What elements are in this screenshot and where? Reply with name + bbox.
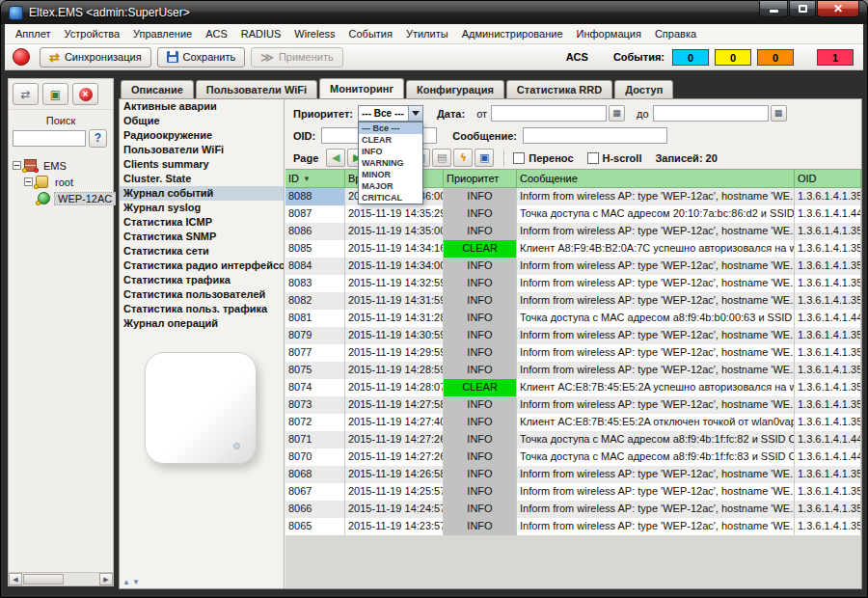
date-from-input[interactable] (491, 105, 607, 122)
monitor-menu-item[interactable]: Радиоокружение (120, 128, 284, 143)
date-to-input[interactable] (653, 105, 769, 122)
table-row[interactable]: 80652015-11-19 14:23:57INFOInform from w… (285, 518, 861, 535)
collapse-node-icon[interactable] (24, 177, 33, 186)
scroll-right-icon[interactable]: ▶ (99, 573, 113, 585)
hscroll-checkbox[interactable]: H-scroll (587, 152, 642, 164)
calendar-icon[interactable]: ▦ (609, 105, 625, 122)
monitor-menu-item[interactable]: Пользователи WiFi (120, 143, 284, 157)
table-row[interactable]: 80822015-11-19 14:31:59INFOInform from w… (285, 292, 861, 310)
save-journal-button[interactable]: ▣ (475, 149, 494, 167)
menu-item[interactable]: Устройства (57, 25, 126, 42)
menu-item[interactable]: Управление (126, 25, 199, 42)
tab-5[interactable]: Доступ (614, 80, 673, 98)
tab-1[interactable]: Пользователи WiFi (196, 80, 317, 98)
menu-item[interactable]: Администрирование (455, 25, 570, 42)
column-header-4[interactable]: OID (795, 170, 861, 188)
table-row[interactable]: 80722015-11-19 14:27:40INFOКлиент AC:E8:… (285, 414, 861, 431)
monitor-menu-item[interactable]: Cluster. State (120, 172, 284, 186)
dropdown-option[interactable]: CLEAR (359, 134, 422, 146)
tab-3[interactable]: Конфигурация (406, 80, 504, 98)
menu-item[interactable]: События (342, 25, 399, 42)
tree-node-root[interactable]: root (11, 174, 111, 190)
search-input[interactable] (13, 130, 86, 147)
message-input[interactable] (523, 127, 667, 144)
table-row[interactable]: 80812015-11-19 14:31:28INFOТочка доступа… (285, 310, 861, 327)
column-header-0[interactable]: ID▼ (285, 170, 345, 188)
dropdown-option[interactable]: MAJOR (359, 180, 422, 192)
minimize-button[interactable] (759, 1, 788, 17)
monitor-menu-item[interactable]: Статистика SNMP (120, 230, 284, 244)
table-row[interactable]: 80742015-11-19 14:28:07CLEARКлиент AC:E8… (285, 379, 861, 396)
delete-device-button[interactable]: × (72, 83, 98, 105)
monitor-menu-item[interactable]: Статистика радио интерфейсов (120, 258, 284, 273)
scrollbar-thumb[interactable] (23, 574, 64, 584)
monitor-menu-item[interactable]: Статистика пользователей (120, 287, 284, 302)
table-row[interactable]: 80792015-11-19 14:30:59INFOInform from w… (285, 327, 861, 344)
monitor-menu-item[interactable]: Статистика польз. трафика (120, 302, 284, 316)
tab-4[interactable]: Статистика RRD (506, 80, 612, 98)
table-row[interactable]: 80732015-11-19 14:27:58INFOInform from w… (285, 396, 861, 414)
tree-node-ems[interactable]: EMS (11, 157, 111, 174)
table-row[interactable]: 80702015-11-19 14:27:26INFOТочка доступа… (285, 448, 861, 466)
alarm-status-icon[interactable] (13, 48, 30, 66)
collapse-node-icon[interactable] (13, 161, 21, 170)
table-row[interactable]: 80752015-11-19 14:28:59INFOInform from w… (285, 362, 861, 379)
columns-button[interactable]: ▤ (432, 149, 451, 167)
monitor-menu-item[interactable]: Журнал событий (120, 186, 284, 201)
table-row[interactable]: 80772015-11-19 14:29:59INFOInform from w… (285, 344, 861, 362)
close-button[interactable]: ✕ (817, 1, 859, 17)
scroll-left-icon[interactable]: ◀ (9, 573, 22, 585)
alarm-settings-button[interactable]: ϟ (453, 149, 473, 167)
calendar-icon[interactable]: ▦ (771, 105, 787, 122)
prev-page-button[interactable]: ◀ (326, 149, 345, 167)
splitter-collapse-icons[interactable]: ▲▼ (122, 578, 142, 586)
dropdown-option[interactable]: --- Все --- (359, 122, 422, 134)
event-counter[interactable]: 0 (757, 49, 794, 66)
chevron-down-icon[interactable] (408, 106, 422, 121)
dropdown-option[interactable]: INFO (359, 146, 422, 157)
event-counter[interactable]: 1 (817, 49, 854, 66)
table-row[interactable]: 80662015-11-19 14:24:57INFOInform from w… (285, 501, 861, 518)
table-row[interactable]: 80672015-11-19 14:25:57INFOInform from w… (285, 483, 861, 501)
wrap-checkbox[interactable]: Перенос (513, 152, 573, 164)
menu-item[interactable]: Wireless (287, 25, 341, 42)
monitor-menu-item[interactable]: Статистика сети (120, 244, 284, 258)
tab-0[interactable]: Описание (121, 80, 194, 98)
dropdown-option[interactable]: MINOR (359, 169, 422, 180)
menu-item[interactable]: Апплет (9, 25, 57, 42)
event-counter[interactable]: 0 (672, 49, 709, 66)
dropdown-option[interactable]: CRITICAL (359, 192, 422, 204)
dropdown-option[interactable]: WARNING (359, 157, 422, 169)
menu-item[interactable]: Справка (648, 25, 703, 42)
save-button[interactable]: Сохранить (157, 47, 246, 68)
table-row[interactable]: 80832015-11-19 14:32:59INFOInform from w… (285, 275, 861, 292)
menu-item[interactable]: Утилиты (399, 25, 455, 42)
monitor-menu-item[interactable]: Clients summary (120, 157, 284, 172)
search-help-button[interactable]: ? (89, 129, 107, 148)
table-row[interactable]: 80682015-11-19 14:26:58INFOInform from w… (285, 466, 861, 483)
monitor-menu-item[interactable]: Журнал syslog (120, 201, 284, 215)
monitor-menu-item[interactable]: Активные аварии (120, 99, 284, 114)
monitor-menu-item[interactable]: Статистика трафика (120, 273, 284, 287)
menu-item[interactable]: ACS (199, 25, 234, 42)
event-counter[interactable]: 0 (715, 49, 751, 66)
menu-item[interactable]: Информация (570, 25, 648, 42)
tree-sync-button[interactable]: ⇄ (13, 83, 39, 105)
menu-item[interactable]: RADIUS (234, 25, 288, 42)
table-row[interactable]: 80852015-11-19 14:34:16CLEARКлиент A8:F9… (285, 240, 861, 258)
table-row[interactable]: 80712015-11-19 14:27:26INFOТочка доступа… (285, 431, 861, 448)
column-header-3[interactable]: Сообщение (517, 170, 795, 188)
tree-node-wep12ac[interactable]: WEP-12AC (11, 190, 111, 206)
monitor-menu-item[interactable]: Общие (120, 114, 284, 128)
table-row[interactable]: 80842015-11-19 14:34:00INFOInform from w… (285, 258, 861, 275)
monitor-menu-item[interactable]: Статистика ICMP (120, 215, 284, 230)
tab-2[interactable]: Мониторинг (319, 78, 404, 98)
add-device-button[interactable]: ▣ (42, 83, 68, 105)
tree-horizontal-scrollbar[interactable]: ◀ ▶ (9, 572, 113, 585)
table-row[interactable]: 80862015-11-19 14:35:00INFOInform from w… (285, 223, 861, 240)
apply-button[interactable]: ≫ Применить (251, 47, 342, 68)
maximize-button[interactable] (789, 1, 816, 17)
priority-combobox[interactable]: --- Все --- --- Все ---CLEARINFOWARNINGM… (358, 105, 423, 122)
monitor-menu-item[interactable]: Журнал операций (120, 316, 284, 331)
column-header-2[interactable]: Приоритет (444, 170, 517, 188)
